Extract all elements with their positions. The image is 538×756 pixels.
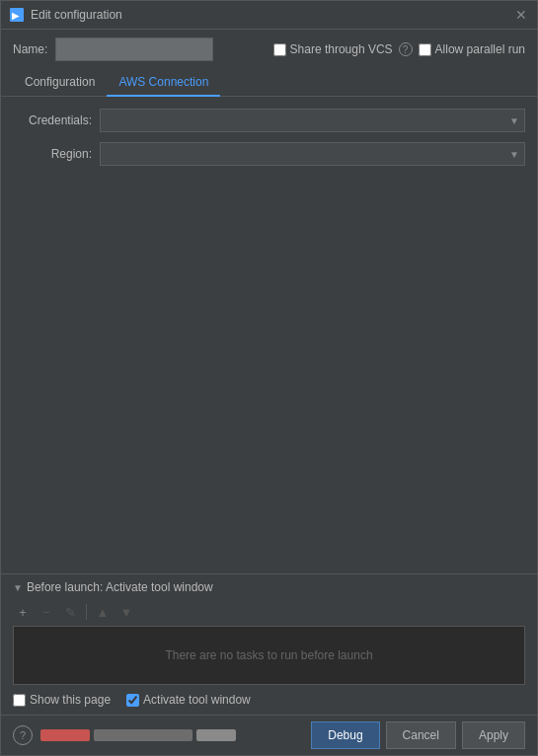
gray-status-block-2 bbox=[196, 729, 236, 741]
activate-tool-checkbox-label[interactable]: Activate tool window bbox=[126, 693, 251, 707]
show-page-checkbox-label[interactable]: Show this page bbox=[13, 693, 111, 707]
edit-configuration-window: ▶ Edit configuration ✕ Name: Share throu… bbox=[0, 0, 538, 756]
share-vcs-checkbox-label[interactable]: Share through VCS bbox=[273, 42, 393, 56]
debug-button[interactable]: Debug bbox=[311, 721, 379, 749]
close-button[interactable]: ✕ bbox=[513, 7, 529, 23]
show-page-checkbox[interactable] bbox=[13, 694, 26, 707]
red-status-block bbox=[40, 729, 90, 741]
allow-parallel-checkbox-label[interactable]: Allow parallel run bbox=[419, 42, 525, 56]
toolbar-separator bbox=[86, 604, 87, 620]
help-button[interactable]: ? bbox=[13, 725, 33, 745]
before-launch-options: Show this page Activate tool window bbox=[1, 685, 537, 715]
cancel-button[interactable]: Cancel bbox=[386, 721, 456, 749]
credentials-select[interactable] bbox=[100, 109, 525, 132]
credentials-label: Credentials: bbox=[13, 113, 92, 127]
name-row: Name: Share through VCS ? Allow parallel… bbox=[1, 30, 537, 69]
bottom-bar-left bbox=[40, 729, 303, 741]
move-up-button[interactable]: ▲ bbox=[93, 602, 113, 622]
name-options: Share through VCS ? Allow parallel run bbox=[273, 42, 525, 56]
tabs: Configuration AWS Connection bbox=[1, 69, 537, 97]
before-launch-header[interactable]: ▼ Before launch: Activate tool window bbox=[1, 574, 537, 600]
share-vcs-checkbox[interactable] bbox=[273, 43, 286, 56]
collapse-arrow-icon: ▼ bbox=[13, 582, 23, 593]
bottom-bar: ? Debug Cancel Apply bbox=[1, 715, 537, 755]
aws-connection-tab-content: Credentials: ▼ Region: ▼ bbox=[1, 97, 537, 573]
region-label: Region: bbox=[13, 147, 92, 161]
action-buttons: Debug Cancel Apply bbox=[311, 721, 525, 749]
tab-aws-connection[interactable]: AWS Connection bbox=[107, 69, 220, 97]
credentials-select-wrapper: ▼ bbox=[100, 109, 525, 132]
credentials-row: Credentials: ▼ bbox=[13, 109, 525, 132]
title-bar: ▶ Edit configuration ✕ bbox=[1, 1, 537, 30]
before-launch-section: ▼ Before launch: Activate tool window + … bbox=[1, 573, 537, 715]
region-row: Region: ▼ bbox=[13, 142, 525, 166]
gray-status-block-1 bbox=[94, 729, 192, 741]
move-down-button[interactable]: ▼ bbox=[116, 602, 136, 622]
config-icon: ▶ bbox=[9, 7, 25, 23]
tasks-area: There are no tasks to run before launch bbox=[13, 626, 525, 685]
region-select-wrapper: ▼ bbox=[100, 142, 525, 166]
before-launch-toolbar: + − ✎ ▲ ▼ bbox=[1, 600, 537, 626]
activate-tool-checkbox[interactable] bbox=[126, 694, 139, 707]
edit-task-button[interactable]: ✎ bbox=[60, 602, 80, 622]
add-task-button[interactable]: + bbox=[13, 602, 33, 622]
help-icon[interactable]: ? bbox=[399, 42, 413, 56]
main-content: Name: Share through VCS ? Allow parallel… bbox=[1, 30, 537, 755]
remove-task-button[interactable]: − bbox=[37, 602, 56, 622]
name-label: Name: bbox=[13, 42, 47, 56]
tasks-empty-message: There are no tasks to run before launch bbox=[165, 648, 372, 662]
apply-button[interactable]: Apply bbox=[462, 721, 525, 749]
tab-configuration[interactable]: Configuration bbox=[13, 69, 107, 97]
region-select[interactable] bbox=[100, 142, 525, 166]
title-text: Edit configuration bbox=[31, 8, 507, 22]
allow-parallel-checkbox[interactable] bbox=[419, 43, 431, 56]
svg-text:▶: ▶ bbox=[12, 11, 20, 21]
before-launch-title: Before launch: Activate tool window bbox=[27, 580, 213, 594]
name-input[interactable] bbox=[55, 38, 213, 61]
